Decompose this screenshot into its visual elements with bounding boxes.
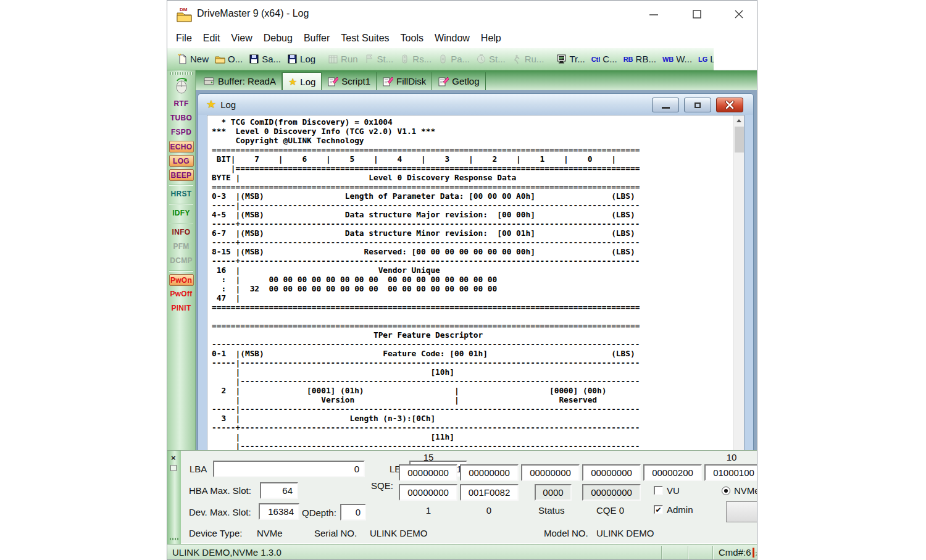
panel-pin-icon[interactable] xyxy=(170,465,177,471)
mouse-tool-icon[interactable] xyxy=(172,76,191,96)
qdepth-field[interactable]: 0 xyxy=(340,504,366,520)
sidebar-button-pinit[interactable]: PINIT xyxy=(169,303,194,314)
serial-label: Serial NO. xyxy=(314,528,357,538)
sqe-dword-field-6[interactable]: 00000000 xyxy=(399,484,457,501)
sqe-dword-field-0[interactable]: 00000000 xyxy=(399,464,457,481)
close-button[interactable] xyxy=(728,7,750,22)
log-content: * TCG ComID(from Discovery) = 0x1004 ***… xyxy=(207,115,745,450)
panel-side-button[interactable] xyxy=(726,501,757,522)
toolbar-button-rb[interactable]: RBRB... xyxy=(620,51,659,67)
menu-item-edit[interactable]: Edit xyxy=(198,30,226,46)
status-device-text: ULINK DEMO,NVMe 1.3.0 xyxy=(172,547,282,558)
drivemaster-app-icon: DM xyxy=(175,6,193,24)
sidebar-button-hrst[interactable]: HRST xyxy=(169,188,194,200)
serial-value: ULINK DEMO xyxy=(370,528,427,538)
toolbar-button-label: RB... xyxy=(636,54,656,64)
sidebar-button-info[interactable]: INFO xyxy=(169,227,194,238)
sidebar-button-idfy[interactable]: IDFY xyxy=(169,207,194,219)
menu-item-debug[interactable]: Debug xyxy=(258,30,298,46)
dev-max-slot-field[interactable]: 16384 xyxy=(259,503,299,520)
minimize-button[interactable] xyxy=(643,7,665,22)
log-scrollbar[interactable] xyxy=(733,115,744,450)
menu-item-test-suites[interactable]: Test Suites xyxy=(335,30,394,46)
panel-close-icon[interactable]: × xyxy=(171,453,176,462)
sidebar-button-pwoff[interactable]: PwOff xyxy=(169,288,194,300)
menu-item-help[interactable]: Help xyxy=(475,30,507,46)
admin-checkbox-box[interactable]: ✔ xyxy=(654,505,663,514)
toolbar-button-log[interactable]: Log xyxy=(284,51,319,67)
tab-log[interactable]: ★Log xyxy=(282,72,322,90)
log-text: * TCG ComID(from Discovery) = 0x1004 ***… xyxy=(207,115,744,450)
log-restore-button[interactable] xyxy=(684,98,711,112)
tab-filldisk[interactable]: FillDisk xyxy=(377,72,432,90)
menu-item-buffer[interactable]: Buffer xyxy=(298,30,335,46)
save-icon xyxy=(287,54,298,64)
status-separator xyxy=(661,546,662,559)
script-icon xyxy=(382,76,393,87)
status-separator xyxy=(712,546,713,559)
sidebar-button-dcmp: DCMP xyxy=(169,255,194,267)
log-close-button[interactable] xyxy=(716,98,743,112)
hba-max-slot-field[interactable]: 64 xyxy=(260,482,298,499)
sidebar-button-echo[interactable]: ECHO xyxy=(169,141,194,153)
desktop: DM DriveMaster 9 (x64) - Log FileEditVie… xyxy=(0,0,926,560)
toolbar-prefix: RB xyxy=(624,56,633,63)
admin-checkbox[interactable]: ✔ Admin xyxy=(654,504,693,515)
sidebar-button-pwon[interactable]: PwOn xyxy=(169,274,194,286)
mdi-client-area: ★ Log * TCG ComID(from Discovery) = 0x10… xyxy=(196,90,757,450)
sqe-col10-label: 10 xyxy=(725,452,738,462)
scroll-up-arrow-icon[interactable] xyxy=(734,115,744,126)
sidebar-button-fspd[interactable]: FSPD xyxy=(169,127,194,138)
toolbar-button-new[interactable]: New xyxy=(174,51,212,67)
log-minimize-button[interactable] xyxy=(652,98,679,112)
vu-checkbox[interactable]: VU xyxy=(654,485,680,496)
menu-item-window[interactable]: Window xyxy=(429,30,475,46)
run-icon xyxy=(328,54,338,64)
toolbar-button-sa[interactable]: Sa... xyxy=(246,51,284,67)
toolbar-button-label: C... xyxy=(603,54,617,64)
sqe-dword-field-5[interactable]: 01000100 xyxy=(704,464,757,481)
toolbar-button-o[interactable]: O... xyxy=(212,51,246,67)
sqe-dword-field-2[interactable]: 00000000 xyxy=(521,464,580,481)
lba-label: LBA xyxy=(190,464,207,474)
sqe-dword-field-1[interactable]: 00000000 xyxy=(460,464,519,481)
menu-item-file[interactable]: File xyxy=(170,30,198,46)
qdepth-label: QDepth: xyxy=(302,508,336,518)
resize-grip[interactable] xyxy=(756,552,757,558)
menu-item-view[interactable]: View xyxy=(225,30,257,46)
tab-getlog[interactable]: Getlog xyxy=(432,72,485,90)
toolbar-button-w[interactable]: WBW... xyxy=(659,51,695,67)
toolbar-button-tr[interactable]: Tr... xyxy=(553,51,588,67)
script-icon xyxy=(438,76,449,87)
restart-icon xyxy=(399,54,410,64)
toolbar-button-ru: Ru... xyxy=(509,51,548,67)
sqe-dword-field-7[interactable]: 001F0082 xyxy=(460,484,519,501)
sidebar-button-rtf[interactable]: RTF xyxy=(169,98,194,110)
sidebar-button-beep[interactable]: BEEP xyxy=(169,169,194,181)
svg-text:DM: DM xyxy=(180,7,188,12)
menu-item-tools[interactable]: Tools xyxy=(395,30,429,46)
sqe-label: SQE: xyxy=(371,480,393,491)
panel-gripper[interactable] xyxy=(170,538,179,540)
tab-script1[interactable]: Script1 xyxy=(322,72,377,90)
toolbar-button-c[interactable]: CtlC... xyxy=(588,51,620,67)
toolbar-prefix: WB xyxy=(662,56,674,63)
sidebar-gripper[interactable] xyxy=(170,72,193,75)
vu-checkbox-box[interactable] xyxy=(654,486,663,495)
sidebar-divider xyxy=(169,270,193,272)
maximize-button[interactable] xyxy=(686,7,708,22)
nvme-radio-circle[interactable] xyxy=(722,487,730,495)
sqe-dword-field-4[interactable]: 00000200 xyxy=(643,464,702,481)
tab-label: Log xyxy=(300,77,315,87)
lba-field[interactable]: 0 xyxy=(213,461,365,477)
sidebar-button-tubo[interactable]: TUBO xyxy=(169,112,194,124)
save-icon xyxy=(249,54,259,64)
trace-icon xyxy=(556,54,567,64)
script-icon xyxy=(327,76,338,87)
toolbar-button-rs: Rs... xyxy=(396,51,435,67)
nvme-radio[interactable]: NVMe xyxy=(722,485,757,496)
tab-buffer-reada[interactable]: Buffer: ReadA xyxy=(198,72,282,90)
scrollbar-thumb[interactable] xyxy=(735,127,744,153)
sidebar-button-log[interactable]: LOG xyxy=(169,155,194,167)
sqe-dword-field-3[interactable]: 00000000 xyxy=(582,464,641,481)
